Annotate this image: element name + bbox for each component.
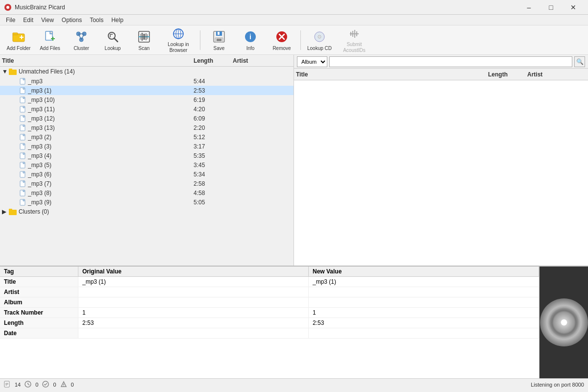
file-item[interactable]: _mp3 (3) 3:17 — [0, 142, 294, 151]
submit-acoustid-label: Submit AcoustIDs — [337, 42, 371, 53]
file-item[interactable]: _mp3 (2) 5:12 — [0, 132, 294, 142]
cluster-icon — [74, 29, 89, 45]
file-icon — [20, 199, 26, 206]
file-icon — [20, 97, 26, 103]
file-icon — [20, 171, 26, 178]
file-icon — [20, 87, 26, 94]
file-item[interactable]: _mp3 (10) 6:19 — [0, 95, 294, 104]
chevron-down-icon: ▼ — [2, 68, 8, 75]
remove-label: Remove — [272, 46, 291, 51]
window-controls: – □ ✕ — [518, 0, 584, 15]
save-label: Save — [214, 46, 225, 51]
toolbar-separator-1 — [200, 30, 200, 50]
right-length-col: Length — [488, 71, 527, 78]
menu-help[interactable]: Help — [107, 16, 127, 24]
clusters-group[interactable]: ▶ Clusters (0) — [0, 207, 294, 217]
pending3-icon — [60, 381, 67, 389]
toolbar-separator-2 — [300, 30, 301, 50]
file-icon — [20, 134, 26, 141]
left-length-col: Length — [194, 57, 233, 64]
save-icon — [211, 29, 227, 45]
lookup-cd-button[interactable]: Lookup CD — [305, 27, 334, 53]
file-icon — [20, 180, 26, 187]
search-input[interactable] — [329, 56, 572, 67]
tag-table: Tag Original Value New Value Title _mp3 … — [0, 267, 539, 378]
original-col-header: Original Value — [78, 267, 309, 276]
tag-row: Artist — [0, 287, 539, 297]
save-button[interactable]: Save — [204, 27, 234, 53]
main-area: Title Length Artist ▼ Unmatched Files (1… — [0, 55, 588, 266]
file-item[interactable]: _mp3 (7) 2:58 — [0, 179, 294, 188]
lookup-browser-button[interactable]: Lookup in Browser — [161, 27, 196, 53]
svg-line-72 — [28, 384, 29, 385]
pending3: 0 — [71, 382, 74, 388]
menubar: File Edit View Options Tools Help — [0, 15, 588, 25]
search-button[interactable]: 🔍 — [574, 56, 585, 67]
search-type-dropdown[interactable]: Album Artist Track — [297, 56, 327, 67]
file-list: _mp3 5:44 _mp3 (1) 2:53 — [0, 76, 294, 207]
file-item[interactable]: _mp3 (8) 4:58 — [0, 188, 294, 197]
pending2-icon — [42, 381, 49, 389]
svg-rect-65 — [9, 209, 12, 211]
svg-rect-5 — [21, 35, 22, 39]
right-panel: Album Artist Track 🔍 Title Length Artist — [294, 55, 588, 266]
file-item[interactable]: _mp3 5:44 — [0, 76, 294, 86]
file-item[interactable]: _mp3 (4) 5:35 — [0, 151, 294, 160]
menu-tools[interactable]: Tools — [86, 16, 107, 24]
unmatched-group-label: Unmatched Files (14) — [19, 68, 75, 75]
add-files-button[interactable]: Add Files — [35, 27, 65, 53]
cluster-button[interactable]: Cluster — [67, 27, 96, 53]
pending1-icon — [24, 381, 31, 389]
minimize-button[interactable]: – — [518, 0, 540, 15]
svg-line-16 — [114, 38, 118, 42]
info-label: Info — [246, 46, 255, 51]
menu-edit[interactable]: Edit — [19, 16, 37, 24]
menu-options[interactable]: Options — [58, 16, 86, 24]
unmatched-files-group[interactable]: ▼ Unmatched Files (14) — [0, 67, 294, 76]
scan-label: Scan — [139, 46, 150, 51]
file-icon — [20, 143, 26, 150]
file-item[interactable]: _mp3 (11) 4:20 — [0, 104, 294, 114]
left-panel-header: Title Length Artist — [0, 55, 294, 67]
add-folder-button[interactable]: Add Folder — [4, 27, 33, 53]
right-panel-header: Title Length Artist — [294, 69, 588, 80]
file-item[interactable]: _mp3 (5) 3:45 — [0, 160, 294, 170]
svg-point-76 — [63, 385, 64, 386]
menu-view[interactable]: View — [37, 16, 58, 24]
info-button[interactable]: i Info — [236, 27, 265, 53]
add-files-icon — [42, 29, 58, 45]
tag-row: Track Number 1 1 — [0, 308, 539, 318]
file-item[interactable]: _mp3 (12) 6:09 — [0, 114, 294, 123]
app-icon — [4, 3, 12, 11]
svg-rect-8 — [52, 37, 53, 41]
file-item[interactable]: _mp3 (9) 5:05 — [0, 197, 294, 207]
file-icon — [20, 162, 26, 169]
lookup-icon — [105, 29, 121, 45]
cluster-label: Cluster — [74, 46, 89, 51]
remove-icon — [274, 29, 290, 45]
svg-point-42 — [319, 36, 320, 38]
svg-rect-3 — [13, 33, 18, 35]
tag-col-header: Tag — [0, 267, 78, 276]
remove-button[interactable]: Remove — [267, 27, 296, 53]
left-panel: Title Length Artist ▼ Unmatched Files (1… — [0, 55, 294, 266]
file-item[interactable]: _mp3 (13) 2:20 — [0, 123, 294, 132]
right-title-col: Title — [296, 71, 488, 78]
lookup-button[interactable]: Lookup — [98, 27, 127, 53]
clusters-group-label: Clusters (0) — [19, 208, 49, 215]
submit-acoustid-button[interactable]: Submit AcoustIDs — [336, 27, 372, 53]
maximize-button[interactable]: □ — [540, 0, 562, 15]
svg-text:i: i — [249, 33, 251, 41]
menu-file[interactable]: File — [2, 16, 19, 24]
scan-button[interactable]: Scan — [129, 27, 159, 53]
clusters-folder-icon — [9, 208, 17, 215]
bottom-area: Tag Original Value New Value Title _mp3 … — [0, 266, 588, 378]
file-count: 14 — [15, 382, 21, 388]
file-icon — [20, 190, 26, 196]
close-button[interactable]: ✕ — [562, 0, 584, 15]
file-icon — [20, 115, 26, 122]
window-title: MusicBrainz Picard — [15, 4, 518, 11]
file-item[interactable]: _mp3 (6) 5:34 — [0, 170, 294, 179]
file-item[interactable]: _mp3 (1) 2:53 — [0, 86, 294, 95]
add-folder-label: Add Folder — [7, 46, 31, 51]
